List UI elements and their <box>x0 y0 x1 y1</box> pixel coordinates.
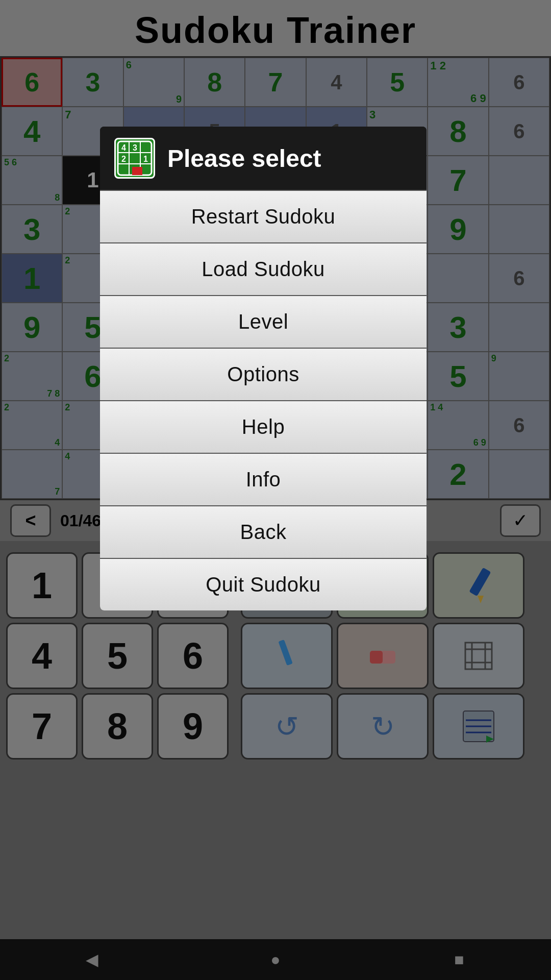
sudoku-logo-icon: 4 3 2 1 <box>117 140 153 176</box>
quit-sudoku-button[interactable]: Quit Sudoku <box>100 558 427 610</box>
info-button[interactable]: Info <box>100 453 427 505</box>
back-button[interactable]: Back <box>100 505 427 558</box>
svg-text:3: 3 <box>133 143 137 152</box>
svg-text:1: 1 <box>143 155 148 163</box>
load-sudoku-button[interactable]: Load Sudoku <box>100 242 427 295</box>
modal-logo: 4 3 2 1 <box>114 138 155 179</box>
svg-text:2: 2 <box>121 155 126 163</box>
modal-header: 4 3 2 1 Please select <box>100 127 427 190</box>
svg-marker-24 <box>132 167 142 175</box>
help-button[interactable]: Help <box>100 400 427 453</box>
modal-dialog: 4 3 2 1 Please select Restart Sudoku Loa… <box>100 127 427 610</box>
svg-text:4: 4 <box>121 143 126 152</box>
options-button[interactable]: Options <box>100 348 427 400</box>
level-button[interactable]: Level <box>100 295 427 348</box>
modal-overlay: 4 3 2 1 Please select Restart Sudoku Loa… <box>0 0 551 980</box>
restart-sudoku-button[interactable]: Restart Sudoku <box>100 190 427 242</box>
modal-title: Please select <box>167 144 321 173</box>
